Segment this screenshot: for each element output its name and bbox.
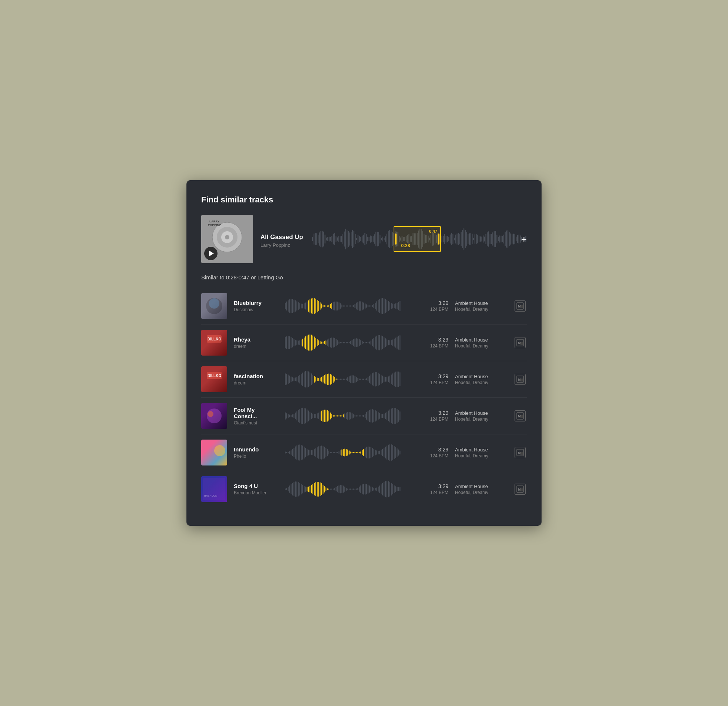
svg-rect-356 — [315, 377, 316, 382]
svg-rect-404 — [385, 377, 386, 382]
track-bpm: 124 BPM — [408, 307, 448, 312]
svg-rect-121 — [469, 233, 470, 245]
svg-rect-376 — [344, 379, 345, 380]
track-row[interactable]: BRENDONSong 4 UBrendon Moeller3:29124 BP… — [201, 471, 527, 507]
selection-start-time: 0:28 — [401, 243, 410, 248]
svg-rect-323 — [391, 340, 392, 345]
svg-rect-434 — [305, 408, 306, 424]
track-action-button[interactable]: M⬛ — [513, 301, 527, 311]
main-panel: Find similar tracks LARRY POPPINZ — [186, 180, 542, 526]
svg-rect-223 — [369, 305, 370, 307]
track-thumbnail: BRENDON — [201, 476, 227, 502]
svg-rect-518 — [304, 447, 305, 459]
svg-rect-407 — [390, 376, 390, 383]
svg-rect-608 — [311, 485, 312, 493]
svg-rect-134 — [487, 232, 488, 246]
svg-rect-278 — [325, 340, 326, 345]
svg-rect-532 — [324, 447, 325, 459]
svg-rect-522 — [310, 450, 311, 455]
svg-rect-194 — [327, 305, 328, 307]
svg-rect-578 — [391, 444, 392, 461]
source-track: LARRY POPPINZ All Gassed Up Larry Poppin… — [201, 215, 527, 263]
waveform-selection[interactable]: 0:47 0:28 — [394, 226, 441, 252]
svg-rect-536 — [330, 452, 331, 453]
svg-point-164 — [209, 298, 220, 309]
svg-rect-390 — [365, 379, 365, 380]
add-button[interactable]: + — [521, 234, 527, 244]
svg-rect-47 — [367, 237, 368, 241]
track-artist: Brendon Moeller — [234, 490, 278, 495]
svg-rect-253 — [289, 336, 290, 349]
track-row[interactable]: Fool My Consci...Giant's nest3:29124 BPM… — [201, 398, 527, 434]
svg-rect-171 — [294, 299, 295, 312]
musicai-icon: M⬛ — [514, 447, 526, 458]
track-name: Song 4 U — [234, 483, 278, 489]
svg-rect-668 — [398, 487, 399, 491]
svg-rect-618 — [325, 487, 326, 491]
svg-rect-644 — [363, 484, 364, 495]
track-row[interactable]: BlueblurryDuckmaw3:29124 BPMAmbient Hous… — [201, 288, 527, 324]
svg-rect-441 — [315, 414, 316, 418]
track-action-button[interactable]: M⬛ — [513, 337, 527, 348]
svg-rect-490 — [387, 412, 387, 420]
svg-rect-43 — [362, 236, 363, 243]
svg-rect-122 — [471, 233, 471, 245]
track-name-col: Fool My Consci...Giant's nest — [234, 407, 278, 425]
svg-rect-310 — [372, 339, 373, 346]
track-action-button[interactable]: M⬛ — [513, 484, 527, 495]
svg-rect-576 — [388, 445, 389, 460]
svg-rect-18 — [327, 237, 328, 241]
svg-rect-549 — [349, 450, 350, 454]
svg-rect-625 — [335, 487, 336, 491]
svg-rect-444 — [319, 411, 320, 420]
track-row[interactable]: InnuendoPhello3:29124 BPMAmbient HouseHo… — [201, 434, 527, 471]
track-action-button[interactable]: M⬛ — [513, 410, 527, 421]
svg-rect-254 — [291, 337, 292, 348]
track-genre: Ambient House — [455, 410, 507, 416]
svg-rect-40 — [358, 235, 358, 243]
svg-rect-175 — [299, 303, 300, 309]
svg-rect-457 — [338, 415, 339, 417]
selection-handle-right[interactable] — [438, 233, 439, 244]
source-waveform[interactable]: 0:47 0:28 — [312, 224, 527, 254]
svg-rect-300 — [357, 339, 358, 347]
track-action-button[interactable]: M⬛ — [513, 374, 527, 385]
svg-rect-405 — [387, 377, 387, 382]
svg-rect-463 — [347, 412, 348, 420]
svg-rect-535 — [328, 451, 329, 455]
svg-rect-581 — [395, 447, 396, 458]
svg-rect-139 — [494, 231, 495, 247]
track-action-button[interactable]: M⬛ — [513, 447, 527, 458]
svg-rect-309 — [371, 340, 371, 344]
svg-rect-470 — [357, 415, 358, 417]
svg-rect-190 — [321, 304, 322, 309]
svg-rect-492 — [390, 409, 390, 422]
svg-rect-355 — [314, 376, 315, 383]
svg-rect-615 — [321, 483, 322, 495]
play-button[interactable] — [204, 247, 218, 260]
track-row[interactable]: DILLKOfascinationdreem3:29124 BPMAmbient… — [201, 361, 527, 398]
svg-rect-427 — [295, 412, 296, 419]
svg-rect-52 — [374, 234, 375, 244]
track-mood: Hopeful, Dreamy — [455, 307, 507, 312]
selection-handle-left[interactable] — [395, 233, 397, 244]
svg-rect-600 — [299, 483, 300, 495]
svg-rect-588 — [203, 478, 225, 500]
svg-rect-256 — [294, 339, 295, 346]
svg-rect-603 — [304, 486, 305, 492]
svg-rect-46 — [366, 234, 367, 244]
track-row[interactable]: DILLKORheyadreem3:29124 BPMAmbient House… — [201, 324, 527, 361]
svg-rect-136 — [490, 234, 491, 244]
svg-rect-353 — [311, 373, 312, 385]
svg-rect-476 — [366, 412, 367, 420]
svg-rect-437 — [310, 412, 311, 420]
svg-rect-451 — [330, 412, 331, 420]
svg-rect-238 — [391, 303, 392, 309]
svg-rect-302 — [360, 340, 361, 345]
svg-rect-401 — [381, 375, 381, 384]
svg-rect-31 — [345, 229, 346, 249]
track-thumbnail: DILLKO — [201, 330, 227, 356]
svg-rect-210 — [350, 306, 351, 307]
svg-rect-474 — [363, 415, 364, 417]
svg-rect-184 — [313, 298, 313, 314]
